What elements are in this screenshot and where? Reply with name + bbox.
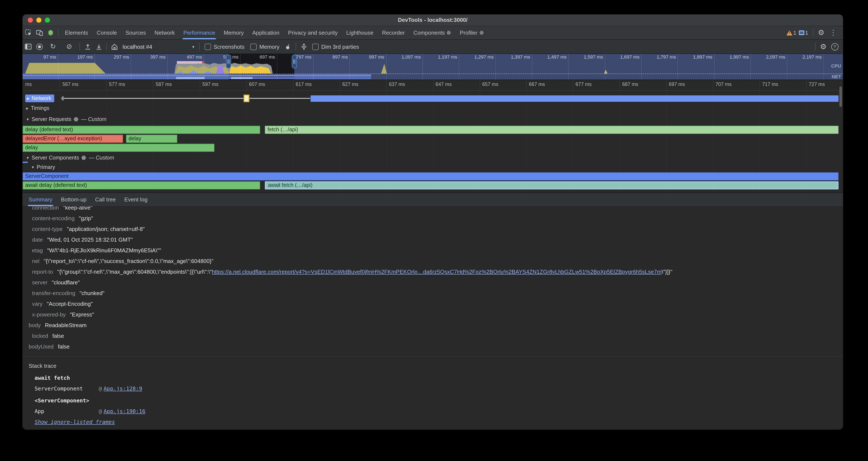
garbage-collect-icon[interactable]: [282, 41, 293, 52]
tab-recorder[interactable]: Recorder: [378, 26, 409, 39]
server-requests-bar[interactable]: delay (deferred text): [23, 126, 260, 134]
tab-memory[interactable]: Memory: [219, 26, 248, 39]
server-components-bar[interactable]: await fetch (…/api): [265, 181, 839, 190]
reload-and-record-icon[interactable]: ↻: [45, 41, 61, 52]
property-key: x-powered-by: [32, 311, 66, 318]
record-icon[interactable]: [34, 41, 45, 52]
summary-tab-summary[interactable]: Summary: [24, 193, 57, 206]
track-resize-grip[interactable]: [62, 96, 64, 100]
network-track-header[interactable]: ▶ Network: [25, 94, 54, 102]
minimap-gridline: [714, 54, 715, 80]
warning-count[interactable]: 1: [794, 30, 796, 36]
server-requests-bar[interactable]: delay: [126, 135, 177, 143]
home-icon[interactable]: [109, 41, 120, 52]
server-requests-bar[interactable]: delay: [23, 144, 215, 152]
minimap-gridline: [641, 54, 642, 80]
more-options-icon[interactable]: ⋮: [827, 29, 839, 36]
report-to-url-link[interactable]: https://a.nel.cloudflare.com/report/v4?s…: [212, 268, 662, 275]
minimap-gridline: [568, 54, 569, 80]
property-value: "W/\"4b1-RjEJloX9kRinu6F0MAZMmy6E5iA\"": [47, 247, 161, 254]
minimap-time-label: 497 ms: [172, 54, 202, 59]
screenshots-checkbox[interactable]: Screenshots: [205, 44, 245, 50]
tab-components[interactable]: Components: [409, 26, 455, 39]
ruler-tick-label: 627 ms: [342, 82, 359, 87]
stack-frame-location-link[interactable]: App.js:128:9: [103, 385, 142, 392]
minimap-left-handle[interactable]: [226, 55, 231, 68]
warning-icon[interactable]: [786, 30, 793, 35]
ruler-tick-label: 727 ms: [809, 82, 825, 87]
summary-content: connection"keep-alive"content-encoding"g…: [23, 206, 843, 429]
memory-checkbox[interactable]: Memory: [251, 44, 280, 50]
property-row: bodyReadableStream: [23, 320, 843, 330]
tab-privacy-and-security[interactable]: Privacy and security: [284, 26, 342, 39]
tab-elements[interactable]: Elements: [61, 26, 92, 39]
network-request-bar[interactable]: [311, 95, 839, 102]
collapsed-triangle-icon: ▶: [26, 106, 29, 110]
minimap-gridline: [131, 54, 131, 80]
server-components-track-header[interactable]: ▼ Server Components — Custom: [26, 155, 114, 161]
minimap-time-label: 597 ms: [209, 54, 239, 59]
help-icon[interactable]: ?: [829, 41, 840, 52]
panel-settings-gear-icon[interactable]: ⚙: [817, 43, 829, 50]
property-row: x-powered-by"Express": [23, 309, 843, 320]
tab-console[interactable]: Console: [92, 26, 121, 39]
device-toolbar-icon[interactable]: [34, 28, 45, 38]
tab-sources[interactable]: Sources: [121, 26, 150, 39]
primary-lane-header[interactable]: ▼ Primary: [31, 164, 55, 170]
property-row: connection"keep-alive": [23, 206, 843, 213]
server-requests-track-header[interactable]: ▼ Server Requests — Custom: [26, 116, 106, 122]
property-key: locked: [32, 333, 48, 339]
summary-tab-call-tree[interactable]: Call tree: [91, 193, 120, 206]
network-request-waiting-line: [61, 98, 310, 99]
tab-label: Profiler: [460, 29, 477, 36]
minimap-time-label: 1,697 ms: [610, 54, 640, 59]
property-row: server"cloudflare": [23, 277, 843, 288]
stack-frame-location-link[interactable]: App.js:190:16: [103, 408, 146, 414]
minimap-gridline: [240, 54, 241, 80]
upload-profile-icon[interactable]: [82, 41, 93, 52]
tab-lighthouse[interactable]: Lighthouse: [342, 26, 378, 39]
toggle-sidebar-icon[interactable]: [23, 41, 34, 52]
timeline-minimap[interactable]: CPU NET 97 ms197 ms297 ms397 ms497 ms597…: [23, 54, 843, 80]
minimap-gridline: [824, 54, 824, 80]
inspect-element-icon[interactable]: [23, 28, 34, 38]
server-requests-bar[interactable]: fetch (…/api): [265, 126, 839, 134]
ruler-tick: [293, 80, 293, 90]
server-components-row: await delay (deferred text)await fetch (…: [23, 181, 843, 190]
tab-network[interactable]: Network: [150, 26, 179, 39]
screenshots-label: Screenshots: [214, 44, 245, 50]
dim-3rd-parties-checkbox[interactable]: Dim 3rd parties: [312, 44, 359, 50]
issues-icon[interactable]: [799, 30, 804, 35]
tab-label: Performance: [183, 29, 215, 36]
tab-profiler[interactable]: Profiler: [456, 26, 488, 39]
titlebar: DevTools - localhost:3000/: [23, 15, 843, 26]
settings-gear-icon[interactable]: ⚙: [815, 29, 827, 36]
net-activity-bar: [231, 77, 252, 79]
server-components-bar[interactable]: await delay (deferred text): [23, 181, 260, 190]
server-components-bar[interactable]: ServerComponent: [23, 172, 839, 180]
net-strip-label: NET: [832, 74, 841, 79]
network-track-row[interactable]: ▶ Network: [23, 94, 843, 103]
property-row: bodyUsedfalse: [23, 341, 843, 352]
show-ignore-listed-frames-link[interactable]: Show ignore-listed frames: [29, 416, 843, 427]
clear-icon[interactable]: ⊘: [61, 41, 77, 52]
network-request-block[interactable]: [244, 94, 249, 102]
summary-tab-bottom-up[interactable]: Bottom-up: [57, 193, 91, 206]
track-indicator: [23, 162, 28, 163]
tracks-scrollbar[interactable]: [839, 86, 842, 107]
tab-performance[interactable]: Performance: [179, 26, 220, 39]
download-profile-icon[interactable]: [93, 41, 104, 52]
property-key: connection: [32, 206, 59, 211]
server-requests-bar[interactable]: delayedError (…ayed exception): [23, 135, 123, 143]
history-selector[interactable]: localhost #4 ▾: [120, 44, 197, 50]
issues-count[interactable]: 1: [805, 30, 808, 36]
collapse-tracks-icon[interactable]: [298, 41, 309, 52]
tab-application[interactable]: Application: [248, 26, 284, 39]
ruler-tick: [806, 80, 807, 90]
ruler-unit-label: ms: [25, 82, 32, 87]
timings-track-header[interactable]: ▶ Timings: [26, 105, 49, 111]
server-requests-row: delayedError (…ayed exception)delay: [23, 135, 843, 143]
expanded-triangle-icon: ▼: [26, 156, 29, 160]
summary-tab-event-log[interactable]: Event log: [120, 193, 152, 206]
minimap-right-handle[interactable]: [291, 55, 297, 68]
